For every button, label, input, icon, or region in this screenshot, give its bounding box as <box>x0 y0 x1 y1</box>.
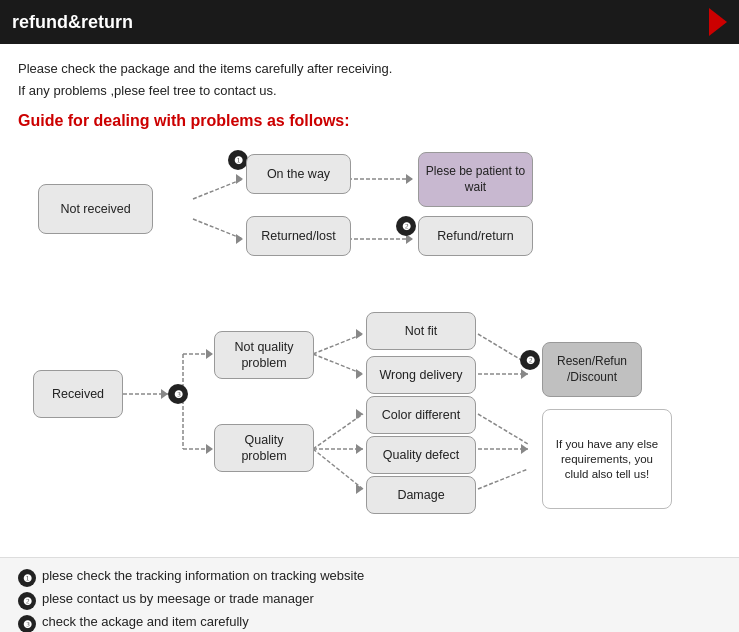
if-you-have-box: If you have any else requirements, you c… <box>542 409 672 509</box>
svg-line-31 <box>478 469 528 489</box>
color-different-box: Color different <box>366 396 476 434</box>
svg-line-24 <box>313 449 363 489</box>
badge-1-top: ❶ <box>228 150 248 170</box>
badge-2-bottom: ❷ <box>520 350 540 370</box>
resen-refund-box: Resen/Refun /Discount <box>542 342 642 397</box>
svg-line-29 <box>478 414 528 444</box>
intro-section: Please check the package and the items c… <box>18 58 721 102</box>
header-title: refund&return <box>12 12 133 33</box>
svg-marker-3 <box>236 234 243 244</box>
flowchart-top: Not received ❶ On the way Returned/lost … <box>18 144 721 529</box>
refund-return-box: Refund/return <box>418 216 533 256</box>
main-content: Please check the package and the items c… <box>0 44 739 557</box>
note-badge-3: ❸ <box>18 615 36 632</box>
note-text-3: check the ackage and item carefully <box>42 614 249 629</box>
svg-marker-25 <box>356 484 363 494</box>
note-badge-2: ❷ <box>18 592 36 610</box>
note-badge-1: ❶ <box>18 569 36 587</box>
returned-lost-box: Returned/lost <box>246 216 351 256</box>
svg-marker-5 <box>406 174 413 184</box>
down-arrow-icon <box>709 8 727 36</box>
svg-marker-15 <box>206 444 213 454</box>
notes-section: ❶ plese check the tracking information o… <box>0 557 739 632</box>
please-be-patient-box: Plese be patient to wait <box>418 152 533 207</box>
svg-marker-9 <box>161 389 168 399</box>
not-fit-box: Not fit <box>366 312 476 350</box>
svg-marker-21 <box>356 409 363 419</box>
not-received-box: Not received <box>38 184 153 234</box>
note-item-1: ❶ plese check the tracking information o… <box>18 568 721 587</box>
badge-3: ❸ <box>168 384 188 404</box>
svg-line-20 <box>313 414 363 449</box>
svg-marker-17 <box>356 329 363 339</box>
svg-marker-12 <box>206 349 213 359</box>
svg-line-18 <box>313 354 363 374</box>
svg-line-0 <box>193 179 243 199</box>
damage-box: Damage <box>366 476 476 514</box>
svg-line-16 <box>313 334 363 354</box>
badge-2-top: ❷ <box>396 216 416 236</box>
note-text-2: plese contact us by meesage or trade man… <box>42 591 314 606</box>
received-box: Received <box>33 370 123 418</box>
intro-line1: Please check the package and the items c… <box>18 58 721 80</box>
svg-marker-23 <box>356 444 363 454</box>
not-quality-problem-box: Not quality problem <box>214 331 314 379</box>
intro-line2: If any problems ,plese feel tree to cont… <box>18 80 721 102</box>
svg-marker-32 <box>521 444 528 454</box>
note-text-1: plese check the tracking information on … <box>42 568 364 583</box>
page-header: refund&return <box>0 0 739 44</box>
svg-marker-1 <box>236 174 243 184</box>
note-item-2: ❷ plese contact us by meesage or trade m… <box>18 591 721 610</box>
svg-line-2 <box>193 219 243 239</box>
note-item-3: ❸ check the ackage and item carefully <box>18 614 721 632</box>
wrong-delivery-box: Wrong delivery <box>366 356 476 394</box>
quality-problem-box: Quality problem <box>214 424 314 472</box>
svg-marker-28 <box>521 369 528 379</box>
quality-defect-box: Quality defect <box>366 436 476 474</box>
guide-title: Guide for dealing with problems as follo… <box>18 112 721 130</box>
on-the-way-box: On the way <box>246 154 351 194</box>
svg-marker-19 <box>356 369 363 379</box>
